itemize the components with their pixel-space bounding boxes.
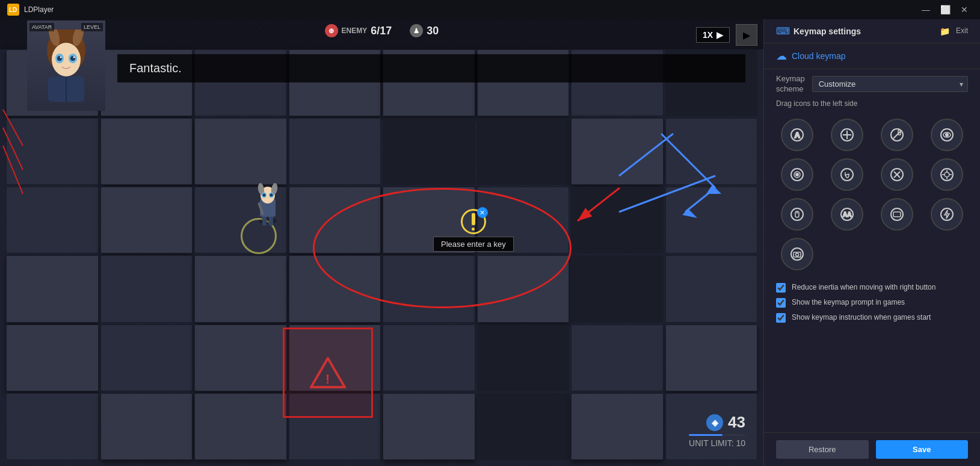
svg-point-71: [941, 208, 953, 220]
sidebar-footer: Restore Save: [764, 432, 980, 466]
enemy-label: ENEMY: [342, 26, 368, 35]
svg-text:LD: LD: [9, 7, 17, 13]
tile: [289, 187, 381, 253]
tap-button-icon[interactable]: A: [781, 119, 813, 151]
folder-icon[interactable]: 📁: [940, 26, 950, 36]
key-circle: ✕: [461, 209, 486, 234]
show-keymap-instruction-checkbox[interactable]: [776, 313, 786, 323]
minimize-btn[interactable]: —: [917, 3, 934, 16]
warning-icon: !: [310, 357, 346, 388]
svg-point-11: [73, 57, 75, 58]
swipe-button-icon[interactable]: [831, 158, 863, 191]
svg-point-32: [270, 194, 273, 197]
resource-bar: [689, 434, 745, 436]
scheme-select[interactable]: Customize Default: [812, 76, 968, 92]
show-keymap-prompt-checkbox[interactable]: [776, 298, 786, 308]
restore-button[interactable]: Restore: [776, 440, 869, 459]
svg-point-49: [946, 134, 948, 136]
score-display: ♟ 30: [410, 24, 439, 37]
hud-center: ⊕ ENEMY 6/17 ♟ 30: [325, 24, 439, 37]
view-button-icon[interactable]: [931, 119, 963, 151]
script-button-icon[interactable]: [931, 198, 963, 231]
sidebar: ⌨ Keymap settings 📁 Exit ☁ Cloud keymap …: [763, 19, 980, 466]
svg-line-18: [619, 134, 673, 176]
svg-point-52: [796, 173, 798, 176]
skill-button-icon[interactable]: [831, 119, 863, 151]
svg-point-59: [945, 172, 949, 177]
aim-button-icon[interactable]: [931, 158, 963, 191]
tile: [571, 393, 664, 460]
key-close-button[interactable]: ✕: [477, 207, 488, 218]
tile: [194, 255, 287, 322]
drag-hint: Drag icons to the left side: [764, 99, 980, 114]
mouse-button-icon[interactable]: [781, 198, 813, 231]
window-controls: — ⬜ ✕: [917, 3, 973, 16]
svg-marker-21: [682, 209, 697, 218]
exit-btn[interactable]: Exit: [956, 26, 968, 36]
camera-button-icon[interactable]: [781, 238, 813, 270]
tile: [6, 393, 99, 460]
speed-badge: 1X ▶: [696, 27, 730, 43]
tile: [477, 325, 570, 391]
enemy-counter: ⊕ ENEMY 6/17: [325, 24, 392, 37]
dialog-box: Fantastic.: [117, 54, 745, 82]
sidebar-header-actions: 📁 Exit: [940, 26, 968, 36]
checkbox-section: Reduce inertia when moving with right bu…: [764, 275, 980, 330]
dialog-text: Fantastic.: [129, 61, 182, 75]
svg-point-72: [791, 248, 803, 260]
tile: [289, 118, 381, 185]
svg-point-10: [60, 57, 62, 58]
checkbox-row-3: Show keymap instruction when games start: [776, 312, 968, 323]
text-button-icon[interactable]: AA: [831, 198, 863, 231]
tile: [383, 255, 475, 322]
svg-text:AA: AA: [843, 211, 851, 218]
avatar-label: AVATAR: [29, 23, 54, 31]
hud-bottom-right: ◈ 43 UNIT LIMIT: 10: [689, 413, 745, 448]
close-btn[interactable]: ✕: [956, 3, 973, 16]
cloud-keymap-label: Cloud keymap: [792, 51, 846, 61]
svg-point-74: [796, 253, 799, 256]
svg-point-64: [791, 208, 803, 220]
main-content: AVATAR LEVEL ⊕ ENEMY 6/17 ♟ 30 1X ▶: [0, 19, 980, 466]
reduce-inertia-checkbox[interactable]: [776, 283, 786, 293]
score-icon: ♟: [410, 24, 423, 37]
scheme-select-wrapper[interactable]: Customize Default ▾: [812, 76, 968, 92]
cloud-keymap-row[interactable]: ☁ Cloud keymap: [764, 43, 980, 69]
tile: [194, 393, 287, 460]
show-keymap-prompt-label: Show the keymap prompt in games: [792, 297, 905, 308]
joystick-button-icon[interactable]: [781, 158, 813, 191]
tile: [383, 393, 475, 460]
tile: [289, 255, 381, 322]
left-red-indicators: [0, 98, 24, 218]
character-sprite: [253, 182, 283, 230]
restore-btn[interactable]: ⬜: [937, 3, 954, 16]
play-button[interactable]: ▶: [736, 24, 757, 46]
character-avatar: [42, 30, 90, 102]
checkbox-row-1: Reduce inertia when moving with right bu…: [776, 282, 968, 293]
attack-button-icon[interactable]: [881, 158, 913, 191]
game-area: AVATAR LEVEL ⊕ ENEMY 6/17 ♟ 30 1X ▶: [0, 19, 763, 466]
tile: [100, 118, 193, 185]
tile: [665, 255, 758, 322]
tile: [665, 325, 758, 391]
scheme-label: Keymapscheme: [776, 74, 805, 95]
tile: [100, 187, 193, 253]
reduce-inertia-label: Reduce inertia when moving with right bu…: [792, 282, 935, 293]
tile: [477, 393, 570, 460]
tile: [6, 255, 99, 322]
tile: [100, 325, 193, 391]
shoot-button-icon[interactable]: [881, 119, 913, 151]
sidebar-header: ⌨ Keymap settings 📁 Exit: [764, 19, 980, 43]
key-prompt-widget[interactable]: ✕ Please enter a key: [433, 209, 514, 252]
enemy-icon: ⊕: [325, 24, 338, 37]
tablet-button-icon[interactable]: [881, 198, 913, 231]
key-circle-bar: [472, 213, 475, 225]
svg-line-37: [3, 146, 23, 194]
save-button[interactable]: Save: [876, 440, 969, 459]
resource-value: 43: [728, 413, 745, 432]
svg-line-19: [619, 176, 715, 212]
enemy-count: 6/17: [371, 25, 392, 37]
svg-point-22: [259, 218, 277, 224]
keymap-settings-title: Keymap settings: [794, 26, 861, 36]
tile: [194, 325, 287, 391]
